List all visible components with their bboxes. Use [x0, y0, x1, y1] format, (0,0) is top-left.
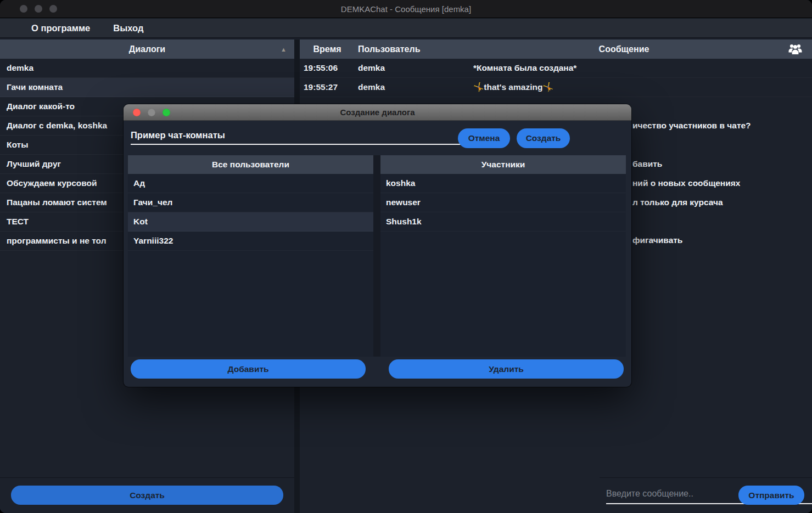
menu-about[interactable]: О программе [31, 23, 90, 33]
modal-window-controls [133, 109, 170, 116]
message-time: 19:55:06 [304, 59, 358, 77]
window-controls [20, 5, 57, 13]
column-user[interactable]: Пользователь [355, 44, 470, 54]
minimize-window-icon[interactable] [35, 5, 42, 13]
modal-maximize-icon[interactable] [163, 109, 170, 116]
all-users-item[interactable]: Kot [128, 212, 373, 232]
all-users-item[interactable]: Yarniii322 [128, 232, 373, 251]
message-row[interactable]: 19:55:27demka🤸that's amazing🤸 [300, 78, 812, 97]
all-users-item[interactable]: Ад [128, 174, 373, 193]
modal-lists-divider [373, 155, 380, 357]
dialogs-header-label: Диалоги [129, 44, 165, 54]
dialogs-header[interactable]: Диалоги ▲ [0, 40, 294, 59]
messages-header: Время Пользователь Сообщение [300, 40, 812, 59]
participants-header: Участники [380, 155, 626, 174]
maximize-window-icon[interactable] [49, 5, 57, 13]
menubar: О программе Выход [0, 19, 812, 38]
remove-user-button[interactable]: Удалить [389, 359, 624, 379]
window-title: DEMKAChat - Сообщения [demka] [341, 4, 471, 14]
modal-title: Создание диалога [340, 108, 415, 117]
participants-header-label: Участники [481, 160, 525, 170]
room-name-input[interactable] [131, 126, 504, 145]
dialog-list-item[interactable]: demka [0, 59, 294, 78]
create-dialog-button[interactable]: Создать [11, 486, 283, 505]
message-fragment: ичество участников в чате? [632, 116, 751, 136]
message-message: *Комната была создана* [473, 59, 812, 77]
message-message: 🤸that's amazing🤸 [473, 78, 812, 97]
modal-cancel-button[interactable]: Отмена [458, 128, 510, 148]
message-time: 19:55:27 [304, 78, 358, 97]
main-titlebar: DEMKAChat - Сообщения [demka] [0, 0, 812, 18]
create-dialog-modal: Создание диалога Отмена Создать Все поль… [124, 104, 631, 387]
close-window-icon[interactable] [20, 5, 27, 13]
column-time[interactable]: Время [300, 44, 355, 54]
participants-rows: koshkanewuserShush1k [380, 174, 626, 232]
message-fragment: фигачивать [632, 231, 682, 250]
message-row[interactable]: 19:55:06demka*Комната была создана* [300, 59, 812, 78]
all-users-rows: АдГачи_челKotYarniii322 [128, 174, 373, 251]
participant-item[interactable]: Shush1k [380, 212, 626, 232]
add-user-button[interactable]: Добавить [131, 359, 366, 379]
sort-ascending-icon[interactable]: ▲ [281, 46, 287, 53]
message-fragment: л только для курсача [632, 193, 723, 212]
menu-exit[interactable]: Выход [113, 23, 143, 33]
participants-group-icon[interactable] [778, 43, 812, 55]
message-user: demka [358, 59, 473, 77]
message-user: demka [358, 78, 473, 97]
messages-footer: Отправить [600, 477, 812, 513]
send-button[interactable]: Отправить [738, 486, 804, 505]
participant-item[interactable]: newuser [380, 193, 626, 212]
participant-item[interactable]: koshka [380, 174, 626, 193]
all-users-header: Все пользователи [128, 155, 373, 174]
modal-close-icon[interactable] [133, 109, 141, 116]
participants-list: Участники koshkanewuserShush1k [380, 155, 626, 357]
modal-titlebar: Создание диалога [124, 104, 631, 121]
message-fragment: бавить [632, 155, 662, 174]
modal-minimize-icon[interactable] [148, 109, 155, 116]
all-users-item[interactable]: Гачи_чел [128, 193, 373, 212]
all-users-list: Все пользователи АдГачи_челKotYarniii322 [128, 155, 373, 357]
dialogs-footer: Создать [0, 477, 294, 513]
dialog-list-item[interactable]: Гачи комната [0, 78, 294, 97]
all-users-header-label: Все пользователи [212, 160, 289, 170]
app-window: DEMKAChat - Сообщения [demka] О программ… [0, 0, 812, 513]
modal-create-button[interactable]: Создать [517, 128, 570, 148]
message-fragment: ний о новых сообщениях [632, 174, 740, 193]
column-message[interactable]: Сообщение [470, 44, 778, 54]
